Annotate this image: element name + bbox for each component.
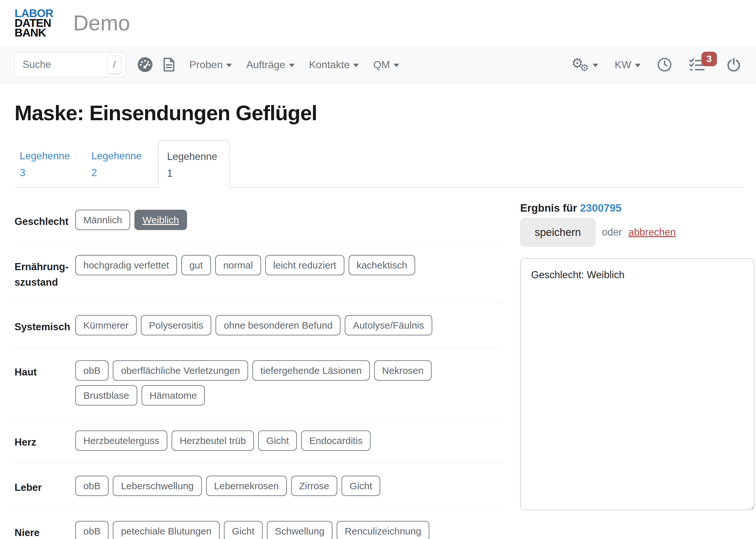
tab-legehenne-2[interactable]: Legehenne2	[86, 140, 158, 187]
options-line: obBpetechiale BlutungenGichtSchwellungRe…	[75, 521, 429, 539]
option-button[interactable]: kachektisch	[348, 255, 416, 275]
document-icon[interactable]	[162, 56, 176, 73]
row-label: Systemisch	[15, 315, 75, 336]
labordatenbank-logo[interactable]: LABOR DATEN BANK	[15, 8, 53, 38]
row-options: obBpetechiale BlutungenGichtSchwellungRe…	[75, 521, 429, 539]
option-button[interactable]: Männlich	[75, 210, 130, 230]
row-options: MännlichWeiblich	[75, 210, 187, 230]
row-options: obBoberflächliche Verletzungentiefergehe…	[75, 360, 432, 406]
options-line: obBLeberschwellungLebernekrosenZirroseGi…	[75, 476, 380, 496]
option-button[interactable]: Zirrose	[291, 476, 337, 496]
option-button[interactable]: hochgradig verfettet	[75, 255, 177, 275]
clock-icon[interactable]	[657, 57, 672, 72]
option-button[interactable]: Endocarditis	[301, 430, 371, 451]
option-button[interactable]: Herzbeutel trüb	[172, 430, 254, 451]
order-number-link[interactable]: 2300795	[580, 202, 621, 214]
tab-number: 3	[20, 165, 86, 181]
option-button[interactable]: Renculizeichnung	[337, 521, 429, 539]
chevron-down-icon	[289, 64, 295, 67]
chevron-down-icon	[635, 64, 641, 67]
option-button[interactable]: ohne besonderen Befund	[215, 315, 340, 336]
app-header: LABOR DATEN BANK Demo	[0, 0, 756, 46]
option-button[interactable]: obB	[75, 360, 109, 381]
option-button[interactable]: Lebernekrosen	[206, 476, 287, 496]
logo-line: BANK	[15, 28, 53, 38]
form-row-systemisch: SystemischKümmererPolyserositisohne beso…	[15, 303, 502, 348]
row-label: Haut	[15, 360, 75, 406]
page-title: Maske: Einsendungen Geflügel	[15, 101, 741, 125]
option-button[interactable]: obB	[75, 521, 109, 539]
options-line: MännlichWeiblich	[75, 210, 187, 230]
tab-legehenne-1[interactable]: Legehenne1	[158, 140, 230, 188]
row-options: obBLeberschwellungLebernekrosenZirroseGi…	[75, 476, 380, 496]
option-button[interactable]: Gicht	[341, 476, 380, 496]
tab-label: Legehenne	[167, 148, 229, 165]
nav-menu-label: Aufträge	[246, 59, 285, 71]
tab-label: Legehenne	[92, 148, 158, 165]
option-button[interactable]: petechiale Blutungen	[113, 521, 219, 539]
nav-menu-label: Kontakte	[309, 59, 349, 71]
nav-menu-kontakte[interactable]: Kontakte	[309, 59, 359, 71]
cancel-link[interactable]: abbrechen	[628, 227, 676, 238]
chevron-down-icon	[226, 64, 232, 67]
result-actions: speichern oder abbrechen	[520, 218, 754, 247]
option-button[interactable]: Kümmerer	[75, 315, 137, 336]
option-button[interactable]: tiefergehende Läsionen	[252, 360, 370, 381]
option-button[interactable]: obB	[75, 476, 109, 496]
tab-legehenne-3[interactable]: Legehenne3	[15, 140, 86, 187]
kw-label: KW	[615, 59, 631, 71]
save-button[interactable]: speichern	[520, 218, 595, 247]
result-textarea[interactable]: Geschlecht: Weiblich	[520, 258, 754, 510]
tachometer-icon[interactable]	[137, 56, 153, 73]
option-button[interactable]: Brustblase	[75, 385, 137, 406]
result-panel: Ergbnis für 2300795 speichern oder abbre…	[520, 188, 754, 539]
option-button[interactable]: leicht reduziert	[265, 255, 344, 275]
main-content: Maske: Einsendungen Geflügel Legehenne3L…	[0, 101, 756, 539]
option-button[interactable]: Hämatome	[141, 385, 205, 406]
option-button[interactable]: normal	[215, 255, 261, 275]
tab-number: 1	[167, 165, 229, 182]
option-button[interactable]: Gicht	[224, 521, 263, 539]
form-row-niere: NiereobBpetechiale BlutungenGichtSchwell…	[15, 508, 502, 539]
nav-menu-auftraege[interactable]: Aufträge	[246, 59, 295, 71]
power-icon[interactable]	[726, 57, 741, 72]
options-line: KümmererPolyserositisohne besonderen Bef…	[75, 315, 432, 336]
tab-label: Legehenne	[20, 148, 86, 165]
nav-menu-qm[interactable]: QM	[373, 59, 399, 71]
chevron-down-icon	[592, 64, 598, 67]
option-button[interactable]: Weiblich	[134, 210, 187, 230]
option-button[interactable]: Schwellung	[267, 521, 333, 539]
option-button[interactable]: oberflächliche Verletzungen	[113, 360, 248, 381]
kw-menu[interactable]: KW	[615, 59, 641, 71]
result-heading: Ergbnis für 2300795	[520, 202, 754, 214]
option-button[interactable]: Polyserositis	[141, 315, 211, 336]
result-heading-prefix: Ergbnis für	[520, 202, 577, 214]
option-button[interactable]: Autolyse/Fäulnis	[345, 315, 432, 336]
tab-number: 2	[92, 165, 158, 181]
gear-icon: ⚙⚙	[571, 56, 589, 73]
nav-menus: ProbenAufträgeKontakteQM	[189, 59, 399, 71]
row-label: Leber	[15, 476, 75, 496]
row-label: Niere	[15, 521, 75, 539]
or-label: oder	[602, 227, 622, 238]
chevron-down-icon	[394, 64, 399, 67]
row-options: hochgradig verfettetgutnormalleicht redu…	[75, 255, 415, 290]
option-button[interactable]: Gicht	[258, 430, 297, 451]
row-label: Geschlecht	[15, 210, 75, 230]
option-button[interactable]: Nekrosen	[374, 360, 432, 381]
option-button[interactable]: Herzbeutelerguss	[75, 430, 167, 451]
options-line: obBoberflächliche Verletzungentiefergehe…	[75, 360, 432, 381]
form-row-geschlecht: GeschlechtMännlichWeiblich	[15, 188, 502, 243]
navbar: / ProbenAufträgeKontakteQM ⚙⚙	[0, 46, 756, 83]
chevron-down-icon	[353, 64, 359, 67]
option-button[interactable]: Leberschwellung	[113, 476, 201, 496]
row-label: Herz	[15, 430, 75, 451]
row-label: Ernährung- szustand	[15, 255, 75, 290]
nav-menu-label: Proben	[189, 59, 223, 71]
options-line: hochgradig verfettetgutnormalleicht redu…	[75, 255, 415, 275]
nav-menu-proben[interactable]: Proben	[189, 59, 232, 71]
tasks-icon[interactable]: 3	[689, 57, 705, 72]
settings-gears-icon[interactable]: ⚙⚙	[571, 56, 599, 73]
option-button[interactable]: gut	[181, 255, 211, 275]
form-rows: GeschlechtMännlichWeiblichErnährung- szu…	[15, 188, 502, 539]
